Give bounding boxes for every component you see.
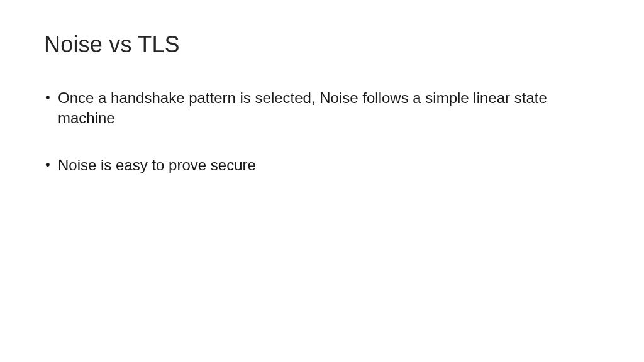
bullet-item: Noise is easy to prove secure — [44, 155, 600, 175]
bullet-item: Once a handshake pattern is selected, No… — [44, 88, 600, 129]
bullet-list: Once a handshake pattern is selected, No… — [44, 88, 600, 175]
slide-title: Noise vs TLS — [44, 31, 600, 58]
